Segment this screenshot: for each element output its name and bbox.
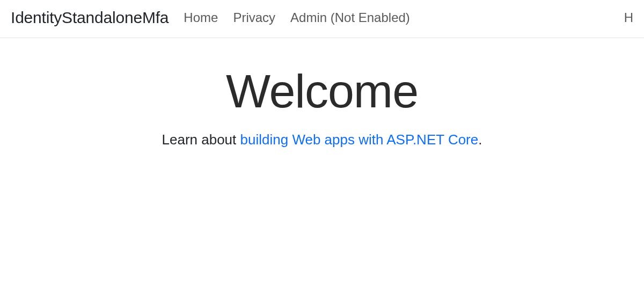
lead-link[interactable]: building Web apps with ASP.NET Core [240, 131, 479, 148]
nav-link-admin[interactable]: Admin (Not Enabled) [290, 10, 410, 25]
page-title: Welcome [0, 64, 644, 119]
lead-suffix: . [478, 131, 482, 148]
main-content: Welcome Learn about building Web apps wi… [0, 38, 644, 148]
brand-link[interactable]: IdentityStandaloneMfa [11, 9, 169, 27]
navbar: IdentityStandaloneMfa Home Privacy Admin… [0, 0, 644, 38]
nav-link-right[interactable]: H [624, 10, 633, 25]
lead-text: Learn about building Web apps with ASP.N… [0, 131, 644, 148]
nav-links: Home Privacy Admin (Not Enabled) [184, 10, 410, 25]
nav-link-privacy[interactable]: Privacy [233, 10, 275, 25]
nav-link-home[interactable]: Home [184, 10, 218, 25]
lead-prefix: Learn about [162, 131, 240, 148]
